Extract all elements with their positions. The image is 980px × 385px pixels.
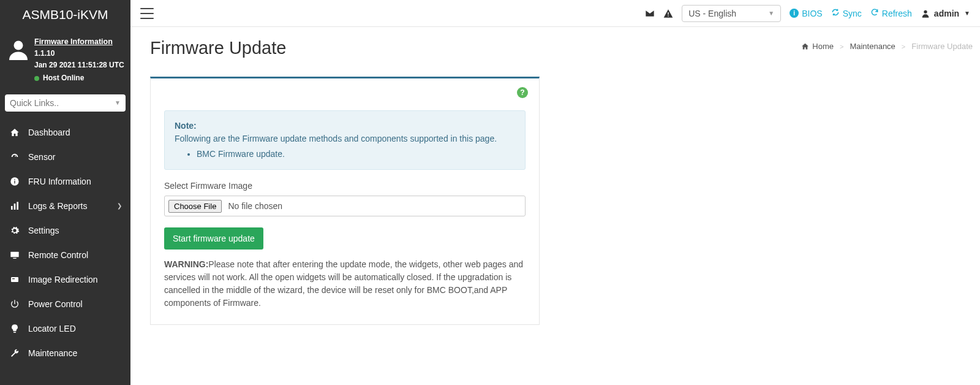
user-name: admin [934, 9, 959, 18]
menu-toggle-button[interactable] [140, 8, 154, 19]
home-icon [801, 42, 809, 50]
sidebar-item-label: Maintenance [28, 348, 77, 358]
firmware-update-panel: ? Note: Following are the Firmware updat… [150, 77, 540, 325]
sidebar-nav: Dashboard Sensor FRU Information Logs & … [0, 120, 130, 365]
choose-file-button[interactable]: Choose File [168, 200, 222, 213]
warning-icon[interactable] [663, 9, 673, 18]
sidebar-item-dashboard[interactable]: Dashboard [0, 120, 130, 145]
quick-links-placeholder: Quick Links.. [10, 98, 59, 108]
start-firmware-update-button[interactable]: Start firmware update [164, 227, 263, 250]
svg-rect-7 [10, 251, 18, 257]
sidebar-item-label: Logs & Reports [28, 201, 88, 211]
breadcrumb-maintenance[interactable]: Maintenance [850, 42, 895, 51]
bios-label: BIOS [802, 9, 822, 18]
home-icon [10, 128, 20, 137]
breadcrumb-separator: > [840, 43, 843, 50]
host-status-text: Host Online [43, 72, 84, 84]
svg-rect-5 [14, 204, 16, 210]
firmware-info-block: Firmware Information 1.1.10 Jan 29 2021 … [0, 29, 130, 90]
user-avatar-icon [7, 38, 29, 60]
gear-icon [10, 226, 20, 235]
power-icon [10, 299, 20, 309]
sidebar: ASMB10-iKVM Firmware Information 1.1.10 … [0, 0, 130, 385]
sidebar-item-logs[interactable]: Logs & Reports ❯ [0, 194, 130, 218]
svg-rect-10 [12, 278, 15, 279]
sidebar-item-label: Dashboard [28, 128, 70, 137]
sidebar-item-sensor[interactable]: Sensor [0, 145, 130, 169]
help-icon[interactable]: ? [517, 87, 528, 98]
sidebar-item-label: Image Redirection [28, 275, 98, 284]
svg-rect-3 [14, 179, 15, 180]
bar-chart-icon [10, 201, 20, 211]
sync-icon [831, 8, 840, 18]
warning-text: WARNING:Please note that after entering … [164, 258, 526, 310]
firmware-info-link[interactable]: Firmware Information [34, 36, 124, 48]
monitor-icon [10, 250, 20, 260]
sidebar-item-label: Locator LED [28, 324, 76, 334]
sidebar-item-image-redirection[interactable]: Image Redirection [0, 267, 130, 292]
bios-link[interactable]: i BIOS [790, 9, 822, 18]
note-box: Note: Following are the Firmware update … [164, 110, 526, 170]
svg-rect-2 [14, 180, 15, 183]
file-chosen-text: No file chosen [228, 201, 282, 211]
sync-label: Sync [843, 9, 862, 18]
svg-rect-6 [17, 202, 18, 210]
sidebar-item-label: FRU Information [28, 177, 91, 186]
language-select[interactable]: US - English ▼ [682, 5, 781, 22]
breadcrumb-current: Firmware Update [911, 42, 973, 51]
sidebar-item-label: Power Control [28, 299, 83, 309]
warning-label: WARNING: [164, 259, 208, 269]
user-icon [921, 9, 930, 18]
file-input-row[interactable]: Choose File No file chosen [164, 196, 526, 216]
breadcrumb: Home > Maintenance > Firmware Update [801, 42, 973, 51]
sidebar-item-fru[interactable]: FRU Information [0, 169, 130, 194]
status-dot-icon [34, 76, 39, 81]
sync-link[interactable]: Sync [831, 8, 862, 18]
sidebar-item-locator[interactable]: Locator LED [0, 316, 130, 341]
sidebar-item-settings[interactable]: Settings [0, 218, 130, 243]
note-label: Note: [175, 121, 197, 131]
refresh-link[interactable]: Refresh [870, 8, 912, 18]
note-list-item: BMC Firmware update. [197, 148, 515, 161]
brand-title: ASMB10-iKVM [0, 0, 130, 29]
svg-rect-9 [11, 277, 18, 282]
info-circle-icon: i [790, 9, 799, 18]
caret-down-icon: ▼ [964, 10, 970, 17]
gauge-icon [10, 152, 20, 162]
caret-down-icon: ▼ [115, 99, 121, 106]
sidebar-item-label: Settings [28, 226, 59, 235]
quick-links-dropdown[interactable]: Quick Links.. ▼ [5, 94, 126, 112]
info-icon [10, 177, 20, 186]
breadcrumb-separator: > [902, 43, 905, 50]
topbar: US - English ▼ i BIOS Sync Refresh [130, 0, 980, 27]
sidebar-item-maintenance[interactable]: Maintenance [0, 341, 130, 365]
chevron-right-icon: ❯ [117, 202, 122, 209]
refresh-icon [870, 8, 879, 18]
refresh-label: Refresh [882, 9, 912, 18]
breadcrumb-home[interactable]: Home [801, 42, 834, 51]
sidebar-item-label: Sensor [28, 152, 55, 162]
host-status: Host Online [34, 72, 124, 84]
sidebar-item-power[interactable]: Power Control [0, 292, 130, 316]
warning-body: Please note that after entering the upda… [164, 259, 523, 308]
wrench-icon [10, 348, 20, 358]
disk-icon [10, 275, 20, 284]
note-text: Following are the Firmware update method… [175, 134, 497, 143]
bulb-icon [10, 324, 20, 334]
svg-point-11 [924, 10, 927, 13]
firmware-version: 1.1.10 [34, 48, 124, 59]
svg-rect-8 [13, 257, 16, 258]
language-value: US - English [688, 9, 736, 18]
firmware-date: Jan 29 2021 11:51:28 UTC [34, 59, 124, 71]
user-menu[interactable]: admin ▼ [921, 9, 970, 18]
caret-down-icon: ▼ [768, 10, 774, 17]
select-firmware-label: Select Firmware Image [164, 181, 526, 191]
mail-icon[interactable] [645, 9, 655, 18]
svg-rect-4 [11, 206, 13, 210]
sidebar-item-remote[interactable]: Remote Control [0, 243, 130, 267]
svg-point-0 [14, 41, 23, 50]
sidebar-item-label: Remote Control [28, 250, 88, 260]
